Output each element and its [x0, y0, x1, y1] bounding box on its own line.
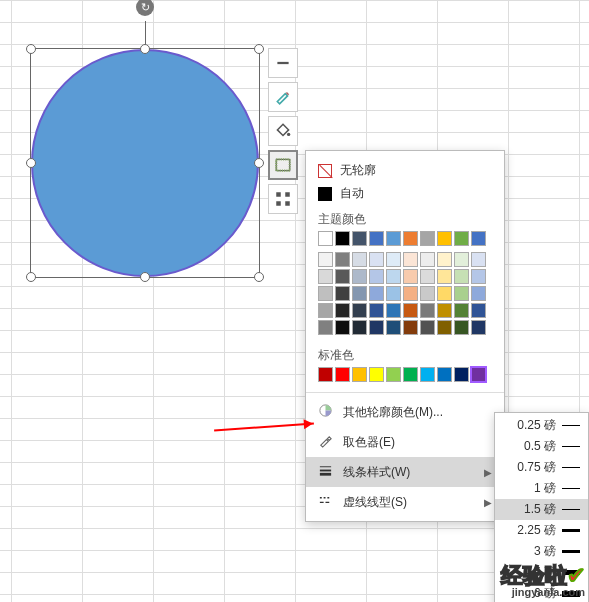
theme-shade-swatch[interactable]	[352, 269, 367, 284]
standard-color-swatch[interactable]	[454, 367, 469, 382]
no-outline-item[interactable]: 无轮廓	[306, 159, 504, 182]
standard-color-swatch[interactable]	[437, 367, 452, 382]
standard-color-swatch[interactable]	[386, 367, 401, 382]
line-dashes-item[interactable]: 虚线线型(S) ▶	[306, 487, 504, 517]
theme-shade-swatch[interactable]	[335, 269, 350, 284]
theme-shade-swatch[interactable]	[437, 269, 452, 284]
theme-shade-swatch[interactable]	[454, 320, 469, 335]
theme-shade-swatch[interactable]	[471, 320, 486, 335]
theme-shade-swatch[interactable]	[318, 286, 333, 301]
theme-shade-swatch[interactable]	[369, 286, 384, 301]
theme-shade-swatch[interactable]	[437, 286, 452, 301]
theme-shade-swatch[interactable]	[403, 303, 418, 318]
theme-shade-swatch[interactable]	[352, 252, 367, 267]
shape-fill-button[interactable]	[268, 116, 298, 146]
theme-shade-swatch[interactable]	[318, 252, 333, 267]
standard-color-swatch[interactable]	[318, 367, 333, 382]
theme-shade-swatch[interactable]	[471, 269, 486, 284]
theme-shade-swatch[interactable]	[437, 252, 452, 267]
weight-option[interactable]: 0.75 磅	[495, 457, 588, 478]
theme-shade-swatch[interactable]	[369, 320, 384, 335]
collapse-button[interactable]	[268, 48, 298, 78]
theme-shade-swatch[interactable]	[471, 252, 486, 267]
theme-shade-swatch[interactable]	[386, 303, 401, 318]
theme-shade-swatch[interactable]	[369, 303, 384, 318]
theme-shade-swatch[interactable]	[454, 252, 469, 267]
resize-handle-ne[interactable]	[254, 44, 264, 54]
theme-shade-swatch[interactable]	[318, 269, 333, 284]
theme-shade-swatch[interactable]	[454, 303, 469, 318]
more-colors-item[interactable]: 其他轮廓颜色(M)...	[306, 397, 504, 427]
resize-handle-sw[interactable]	[26, 272, 36, 282]
theme-shade-swatch[interactable]	[369, 269, 384, 284]
more-options-button[interactable]	[268, 184, 298, 214]
shape-selection-box[interactable]: ↻	[30, 48, 260, 278]
theme-shade-swatch[interactable]	[335, 320, 350, 335]
theme-shade-swatch[interactable]	[335, 286, 350, 301]
theme-color-swatch[interactable]	[335, 231, 350, 246]
theme-shade-swatch[interactable]	[437, 320, 452, 335]
weight-option[interactable]: 0.25 磅	[495, 415, 588, 436]
weight-option[interactable]: 3 磅	[495, 541, 588, 562]
theme-color-swatch[interactable]	[437, 231, 452, 246]
standard-color-swatch[interactable]	[403, 367, 418, 382]
theme-shade-swatch[interactable]	[318, 303, 333, 318]
theme-shade-swatch[interactable]	[335, 252, 350, 267]
theme-color-swatch[interactable]	[471, 231, 486, 246]
standard-color-swatch[interactable]	[369, 367, 384, 382]
resize-handle-s[interactable]	[140, 272, 150, 282]
theme-shade-swatch[interactable]	[403, 269, 418, 284]
shape-outline-button[interactable]	[268, 150, 298, 180]
theme-color-swatch[interactable]	[386, 231, 401, 246]
theme-shade-swatch[interactable]	[420, 320, 435, 335]
theme-color-swatch[interactable]	[454, 231, 469, 246]
theme-shade-swatch[interactable]	[403, 252, 418, 267]
resize-handle-n[interactable]	[140, 44, 150, 54]
theme-shade-swatch[interactable]	[386, 252, 401, 267]
theme-shade-swatch[interactable]	[386, 269, 401, 284]
line-weight-item[interactable]: 线条样式(W) ▶	[306, 457, 504, 487]
standard-color-swatch[interactable]	[352, 367, 367, 382]
format-painter-button[interactable]	[268, 82, 298, 112]
weight-option[interactable]: 0.5 磅	[495, 436, 588, 457]
svg-rect-5	[285, 192, 290, 197]
theme-shade-swatch[interactable]	[454, 286, 469, 301]
theme-shade-swatch[interactable]	[386, 286, 401, 301]
weight-option[interactable]: 1 磅	[495, 478, 588, 499]
weight-label: 2.25 磅	[508, 522, 556, 539]
resize-handle-nw[interactable]	[26, 44, 36, 54]
theme-shade-swatch[interactable]	[352, 320, 367, 335]
resize-handle-e[interactable]	[254, 158, 264, 168]
standard-color-swatch[interactable]	[420, 367, 435, 382]
theme-shade-swatch[interactable]	[454, 269, 469, 284]
theme-shade-swatch[interactable]	[352, 303, 367, 318]
theme-shade-swatch[interactable]	[420, 252, 435, 267]
resize-handle-w[interactable]	[26, 158, 36, 168]
theme-shade-swatch[interactable]	[318, 320, 333, 335]
standard-color-swatch[interactable]	[335, 367, 350, 382]
theme-shade-swatch[interactable]	[471, 286, 486, 301]
theme-color-swatch[interactable]	[369, 231, 384, 246]
theme-shade-swatch[interactable]	[471, 303, 486, 318]
theme-color-swatch[interactable]	[318, 231, 333, 246]
standard-color-swatch[interactable]	[471, 367, 486, 382]
theme-shade-swatch[interactable]	[420, 269, 435, 284]
theme-shade-swatch[interactable]	[369, 252, 384, 267]
theme-shade-swatch[interactable]	[403, 320, 418, 335]
weight-option[interactable]: 2.25 磅	[495, 520, 588, 541]
theme-shade-swatch[interactable]	[420, 286, 435, 301]
theme-shade-swatch[interactable]	[403, 286, 418, 301]
theme-color-swatch[interactable]	[352, 231, 367, 246]
theme-shade-swatch[interactable]	[386, 320, 401, 335]
theme-shade-swatch[interactable]	[420, 303, 435, 318]
theme-color-swatch[interactable]	[403, 231, 418, 246]
theme-color-swatch[interactable]	[420, 231, 435, 246]
eyedropper-item[interactable]: 取色器(E)	[306, 427, 504, 457]
resize-handle-se[interactable]	[254, 272, 264, 282]
theme-shade-swatch[interactable]	[335, 303, 350, 318]
theme-shade-swatch[interactable]	[352, 286, 367, 301]
circle-shape[interactable]	[31, 49, 259, 277]
auto-outline-item[interactable]: 自动	[306, 182, 504, 205]
theme-shade-swatch[interactable]	[437, 303, 452, 318]
weight-option[interactable]: 1.5 磅	[495, 499, 588, 520]
